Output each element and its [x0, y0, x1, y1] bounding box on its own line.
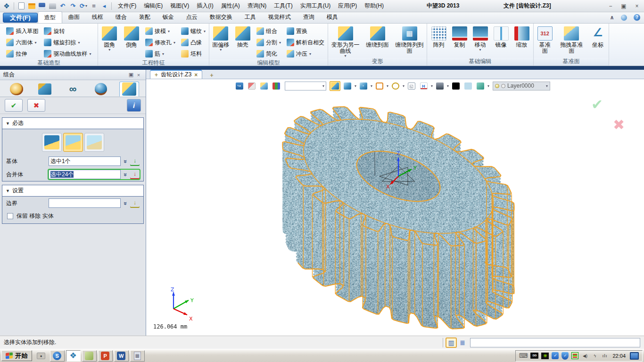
menu-attributes[interactable]: 属性(A)	[217, 0, 244, 11]
powerpoint-button[interactable]: P	[98, 350, 113, 362]
keep-remove-checkbox[interactable]	[7, 213, 13, 219]
network-icon[interactable]: ılı	[601, 352, 608, 360]
regen-icon[interactable]	[258, 81, 269, 91]
start-button[interactable]: 开始	[1, 350, 32, 361]
menu-help[interactable]: 帮助(H)	[361, 0, 388, 11]
ribbon-item-wrap-array[interactable]: ▦缠绕阵列到面	[394, 25, 425, 54]
ribbon-item-datum-plane[interactable]: 312基准面	[535, 25, 555, 54]
style-icon[interactable]	[621, 15, 627, 21]
notes-button[interactable]	[82, 350, 97, 362]
calculator-button[interactable]: ▦	[130, 350, 145, 362]
tab-assembly[interactable]: 装配	[133, 11, 157, 23]
help-icon[interactable]: ?	[634, 14, 640, 21]
zoom-region-icon[interactable]	[390, 81, 401, 91]
wireframe-display-icon[interactable]	[374, 81, 385, 91]
collapse-left-icon[interactable]: ◂	[99, 2, 109, 10]
tab-sew[interactable]: 缝合	[109, 11, 133, 23]
save-file-icon[interactable]	[37, 2, 47, 10]
ribbon-item-drag-datum[interactable]: 拖拽基准面	[556, 25, 587, 54]
dropdown-arrow-icon[interactable]: ▾	[89, 52, 91, 56]
window-scale-icon[interactable]: ◱	[406, 81, 417, 91]
dropdown-arrow-icon[interactable]: ▾	[431, 84, 433, 88]
nvidia-icon[interactable]: ◉	[541, 353, 549, 359]
view-rotate-icon[interactable]: ⟳▾	[79, 2, 88, 10]
isometric-view-icon[interactable]	[330, 81, 340, 91]
menu-applications[interactable]: 应用(P)	[334, 0, 361, 11]
dropdown-arrow-icon[interactable]: ▾	[279, 41, 281, 45]
ribbon-item-flange[interactable]: 凸缘	[180, 37, 206, 48]
expand-chevron-icon[interactable]: »	[122, 171, 129, 178]
dropdown-arrow-icon[interactable]: ▾	[168, 29, 170, 33]
menu-utilities[interactable]: 实用工具(U)	[297, 0, 335, 11]
panel-tab-visualize[interactable]: ∞	[63, 82, 83, 97]
eraser-icon[interactable]	[246, 81, 257, 91]
ribbon-item-wrap-to-face[interactable]: 缠绕到面	[362, 25, 393, 48]
info-button[interactable]: i	[127, 99, 141, 112]
dropdown-arrow-icon[interactable]: ▾	[344, 54, 346, 58]
merge-pick-arrow-icon[interactable]: ↓	[130, 170, 140, 179]
layer-combo[interactable]: Layer0000▾	[493, 82, 550, 90]
antivirus-icon[interactable]: ✓	[552, 352, 559, 359]
settings-section-header[interactable]: ▼设置	[2, 185, 143, 197]
intersect-mode-button[interactable]	[84, 133, 104, 152]
dropdown-arrow-icon[interactable]: ▾	[78, 41, 80, 45]
panel-tab-solid[interactable]	[119, 82, 139, 97]
dropdown-arrow-icon[interactable]: ▾	[447, 84, 449, 88]
boundary-field[interactable]	[49, 198, 121, 208]
ribbon-item-simplify[interactable]: 简化	[256, 48, 282, 59]
menu-insert[interactable]: 插入(I)	[193, 0, 217, 11]
menu-file[interactable]: 文件(F)	[114, 0, 140, 11]
ribbon-item-mirror[interactable]: 镜像	[491, 25, 511, 48]
ribbon-item-csys[interactable]: ∠坐标	[588, 25, 608, 48]
new-file-icon[interactable]	[17, 2, 26, 10]
dropdown-arrow-icon[interactable]: ▾	[371, 84, 372, 88]
browser-button[interactable]: S	[50, 350, 65, 362]
ribbon-item-copy[interactable]: 复制	[450, 25, 470, 48]
dropdown-arrow-icon[interactable]: ▾	[204, 29, 206, 33]
volume-icon[interactable]: ◀)	[581, 352, 588, 360]
remove-mode-button[interactable]	[63, 133, 83, 152]
tab-tools[interactable]: 工具	[239, 11, 262, 23]
dropdown-arrow-icon[interactable]: ▾	[220, 48, 222, 52]
panel-tab-render[interactable]	[91, 82, 111, 97]
minimize-icon[interactable]: −	[606, 3, 615, 9]
command-input[interactable]	[470, 338, 640, 347]
boundary-pick-arrow-icon[interactable]: ↓	[130, 198, 140, 208]
ribbon-item-modify-hole[interactable]: 修改孔▾	[144, 37, 176, 48]
ribbon-item-resolve-self-intersect[interactable]: 解析自相交	[286, 37, 325, 48]
expand-chevron-icon[interactable]: »	[122, 158, 129, 165]
ribbon-item-revolve[interactable]: 旋转	[43, 25, 92, 37]
collapse-ribbon-icon[interactable]: ∧	[610, 14, 614, 21]
word-button[interactable]: W	[114, 350, 129, 362]
zw3d-button[interactable]: ❖	[66, 350, 81, 362]
ribbon-item-pattern[interactable]: 阵列	[429, 25, 449, 48]
document-tab[interactable]: + 齿轮设计.Z3 ×	[150, 70, 202, 79]
ribbon-item-scale[interactable]: 缩放	[512, 25, 532, 48]
toolbar-options-icon[interactable]: ≡	[89, 2, 99, 10]
tab-visual-style[interactable]: 视觉样式	[262, 11, 297, 23]
ribbon-item-chamfer[interactable]: 倒角	[121, 25, 141, 48]
tab-point-cloud[interactable]: 点云	[180, 11, 204, 23]
tab-data-exchange[interactable]: 数据交换	[204, 11, 239, 23]
expand-chevron-icon[interactable]: »	[122, 200, 129, 206]
dropdown-arrow-icon[interactable]: ▾	[309, 52, 311, 56]
redo-icon[interactable]: ↷	[68, 2, 78, 10]
exit-icon[interactable]: ↪	[234, 81, 245, 91]
view-combo[interactable]: ▾	[285, 82, 326, 90]
tab-inquire[interactable]: 查询	[297, 11, 321, 23]
panel-tab-history[interactable]	[7, 82, 26, 97]
command-log-icon[interactable]: ≣	[457, 337, 468, 348]
ribbon-item-box[interactable]: 六面体▾	[5, 37, 39, 48]
color-filter-icon[interactable]	[271, 81, 281, 91]
tab-close-icon[interactable]: ×	[194, 72, 198, 78]
ribbon-item-driven-curve-loft[interactable]: 驱动曲线放样▾	[43, 48, 92, 59]
dropdown-arrow-icon[interactable]: ▾	[173, 41, 175, 45]
blue-swatch[interactable]	[462, 81, 473, 91]
dropdown-arrow-icon[interactable]: ▾	[355, 84, 356, 88]
panel-restore-icon[interactable]: ▣	[127, 72, 135, 78]
ok-button[interactable]: ✔	[5, 99, 23, 112]
base-field[interactable]: 选中1个	[49, 156, 121, 166]
tab-mold[interactable]: 模具	[321, 11, 344, 23]
shield-icon[interactable]: ✓	[561, 352, 569, 360]
tab-sheet-metal[interactable]: 钣金	[157, 11, 180, 23]
